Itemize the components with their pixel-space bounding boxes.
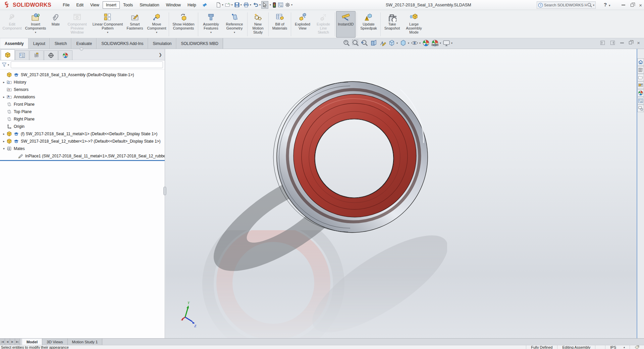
tab-displaymanager[interactable] xyxy=(58,50,72,60)
tab-3d-views[interactable]: 3D Views xyxy=(42,339,67,345)
tab-solidworks-mbd[interactable]: SOLIDWORKS MBD xyxy=(176,38,223,49)
tab-evaluate[interactable]: Evaluate xyxy=(71,38,97,49)
zoom-to-area-icon[interactable] xyxy=(352,39,359,47)
tab-dimxpertmanager[interactable] xyxy=(44,50,58,60)
select-tool-dropdown[interactable]: ▾ xyxy=(268,2,272,7)
apply-scene-icon[interactable]: ▾ xyxy=(431,39,441,47)
graphics-viewport[interactable]: Y Z xyxy=(165,49,637,338)
menu-simulation[interactable]: Simulation xyxy=(136,1,162,9)
doc-restore-button[interactable] xyxy=(629,41,632,44)
view-palette-icon[interactable] xyxy=(637,82,644,89)
restore-button[interactable] xyxy=(631,4,634,7)
tab-scroll-last-icon[interactable]: ▶| xyxy=(15,339,20,345)
move-component-button[interactable]: Move Component▾ xyxy=(146,11,168,38)
tree-row-sensors[interactable]: Sensors xyxy=(0,86,165,93)
tab-assembly[interactable]: Assembly xyxy=(0,38,29,49)
tree-filter-input[interactable] xyxy=(11,61,163,68)
file-explorer-icon[interactable] xyxy=(637,74,644,81)
forum-icon[interactable] xyxy=(637,105,644,112)
exploded-view-button[interactable]: Exploded View xyxy=(292,11,313,38)
zoom-to-fit-icon[interactable] xyxy=(343,39,350,47)
tree-row-annotations[interactable]: ▸ A Annotations xyxy=(0,93,165,101)
select-tool-button[interactable] xyxy=(261,1,268,9)
expand-arrow-icon[interactable]: ▸ xyxy=(2,95,6,99)
close-button[interactable]: × xyxy=(639,3,642,8)
tab-scroll-first-icon[interactable]: |◀ xyxy=(0,339,5,345)
tree-row-part-metal[interactable]: ▸ (f) SW_2017-2018_Seal_11_metal<1> (Def… xyxy=(0,130,165,138)
tree-row-origin[interactable]: Origin xyxy=(0,123,165,130)
hide-show-items-icon[interactable]: ▾ xyxy=(411,39,421,47)
menu-edit[interactable]: Edit xyxy=(73,1,87,9)
view-settings-icon[interactable]: ▾ xyxy=(443,39,452,47)
take-snapshot-button[interactable]: Take Snapshot xyxy=(382,11,402,38)
update-speedpak-button[interactable]: Update Speedpak xyxy=(358,11,379,38)
tree-row-mates[interactable]: ▾ Mates xyxy=(0,145,165,152)
options-list-button[interactable] xyxy=(277,1,284,9)
filter-funnel-icon[interactable] xyxy=(2,62,7,67)
tree-row-front-plane[interactable]: Front Plane xyxy=(0,101,165,108)
menu-window[interactable]: Window xyxy=(163,1,184,9)
section-view-icon[interactable] xyxy=(370,39,377,47)
print-button[interactable]: ▾ xyxy=(243,1,252,9)
instant3d-button[interactable]: Instant3D xyxy=(336,11,356,38)
rollback-bar[interactable] xyxy=(0,160,165,161)
minimize-button[interactable] xyxy=(622,5,625,5)
search-icon[interactable] xyxy=(587,2,592,8)
home-icon[interactable] xyxy=(637,58,644,66)
tab-simulation[interactable]: Simulation xyxy=(148,38,176,49)
edit-appearance-icon[interactable] xyxy=(422,39,430,47)
tab-propertymanager[interactable] xyxy=(15,50,29,60)
mate-button[interactable]: Mate xyxy=(48,11,63,38)
seal-assembly-model[interactable]: Y Z xyxy=(165,49,637,338)
tree-row-history[interactable]: ▸ History xyxy=(0,79,165,86)
tab-featuremanager-tree[interactable] xyxy=(1,49,15,60)
previous-view-icon[interactable] xyxy=(361,39,368,47)
settings-button[interactable]: ▾ xyxy=(284,1,293,9)
insert-components-button[interactable]: Insert Components▾ xyxy=(23,11,48,38)
tab-layout[interactable]: Layout xyxy=(29,38,50,49)
tab-scroll-prev-icon[interactable]: ◀ xyxy=(5,339,10,345)
doc-close-button[interactable]: × xyxy=(637,40,640,45)
pin-menu-icon[interactable] xyxy=(202,2,208,8)
tree-row-assembly-root[interactable]: SW_2017-2018_Seal_13_Assembly (Default<D… xyxy=(0,71,165,79)
menu-view[interactable]: View xyxy=(87,1,103,9)
status-units[interactable]: IPS▴ xyxy=(605,345,630,349)
menu-help[interactable]: Help xyxy=(184,1,200,9)
tab-model[interactable]: Model xyxy=(22,339,42,345)
new-motion-study-button[interactable]: New Motion Study xyxy=(249,11,267,38)
undo-button[interactable]: ▾ xyxy=(252,1,261,9)
open-button[interactable]: ▾ xyxy=(224,1,233,9)
display-style-icon[interactable]: ▾ xyxy=(399,39,409,47)
tab-motion-study-1[interactable]: Motion Study 1 xyxy=(68,339,103,345)
tab-solidworks-add-ins[interactable]: SOLIDWORKS Add-Ins xyxy=(97,38,148,49)
annotation-views-icon[interactable]: A xyxy=(379,39,386,47)
appearances-scenes-icon[interactable] xyxy=(637,89,644,97)
collapse-arrow-icon[interactable]: ▾ xyxy=(2,147,6,150)
custom-properties-icon[interactable] xyxy=(637,97,644,104)
expand-arrow-icon[interactable]: ▸ xyxy=(2,140,6,143)
expand-arrow-icon[interactable]: ▸ xyxy=(2,132,6,136)
filter-dropdown-caret[interactable]: ▾ xyxy=(8,63,9,66)
linear-component-pattern-button[interactable]: Linear Component Pattern▾ xyxy=(91,11,124,38)
rebuild-button[interactable] xyxy=(272,1,277,9)
help-search-box[interactable]: ? Search SOLIDWORKS Help ▾ xyxy=(537,1,596,9)
new-document-button[interactable]: ▾ xyxy=(215,1,224,9)
show-pane-right-icon[interactable] xyxy=(610,40,615,45)
tab-configurationmanager[interactable] xyxy=(30,50,44,60)
tree-row-inplace1[interactable]: InPlace1 (SW_2017-2018_Seal_11_metal<1>,… xyxy=(0,152,165,160)
doc-minimize-button[interactable] xyxy=(620,43,624,43)
status-tag-icon[interactable] xyxy=(630,345,644,349)
show-pane-left-icon[interactable] xyxy=(600,40,605,45)
panel-splitter-handle[interactable] xyxy=(163,187,166,195)
view-orientation-icon[interactable]: ▾ xyxy=(388,39,398,47)
seal-model[interactable] xyxy=(273,82,428,233)
panel-resize-handle-top[interactable] xyxy=(80,47,83,51)
help-button[interactable]: ? ▾ xyxy=(604,2,610,7)
tree-row-top-plane[interactable]: Top Plane xyxy=(0,108,165,115)
assembly-features-button[interactable]: Assembly Features▾ xyxy=(199,11,223,38)
tree-row-part-rubber[interactable]: ▸ SW_2017-2018_Seal_12_rubber<1>->? (Def… xyxy=(0,138,165,145)
menu-tools[interactable]: Tools xyxy=(120,1,136,9)
show-hidden-components-button[interactable]: Show Hidden Components xyxy=(170,11,197,38)
tree-row-right-plane[interactable]: Right Plane xyxy=(0,115,165,123)
panel-expand-chevron[interactable]: ❯ xyxy=(159,52,162,57)
